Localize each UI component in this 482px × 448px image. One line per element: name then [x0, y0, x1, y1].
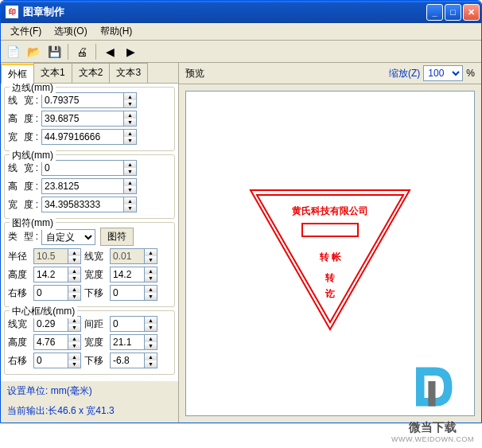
- cen-gap-spinner[interactable]: ▲▼: [110, 316, 157, 332]
- group-center: 中心框/线(mm) 线宽 ▲▼ 间距 ▲▼ 高度 ▲▼ 宽度 ▲▼ 右移: [4, 310, 175, 375]
- open-icon[interactable]: 📂: [26, 45, 41, 59]
- spin-up-icon[interactable]: ▲: [124, 197, 136, 205]
- edge-linewidth-spinner[interactable]: ▲▼: [41, 92, 137, 108]
- group-edge: 边线(mm) 线 宽: ▲▼ 高 度: ▲▼ 宽 度: ▲▼: [4, 87, 175, 151]
- cen-gap-input[interactable]: [111, 317, 144, 331]
- cen-h-spinner[interactable]: ▲▼: [33, 334, 81, 350]
- cen-h-input[interactable]: [34, 335, 68, 349]
- spin-down-icon[interactable]: ▼: [124, 168, 136, 175]
- separator: [95, 44, 96, 60]
- spin-down-icon[interactable]: ▼: [68, 293, 80, 300]
- spin-up-icon[interactable]: ▲: [124, 161, 136, 168]
- sym-down-spinner[interactable]: ▲▼: [110, 285, 157, 301]
- label-right: 右移: [8, 354, 30, 368]
- spin-up-icon[interactable]: ▲: [68, 335, 80, 342]
- symbol-button[interactable]: 图符: [100, 228, 134, 246]
- cen-down-spinner[interactable]: ▲▼: [110, 353, 157, 368]
- symbol-type-select[interactable]: 自定义: [41, 229, 95, 245]
- save-icon[interactable]: 💾: [47, 45, 61, 59]
- spin-up-icon[interactable]: ▲: [68, 286, 80, 293]
- spin-up-icon[interactable]: ▲: [145, 267, 157, 275]
- cen-lw-input[interactable]: [34, 317, 68, 331]
- inner-width-input[interactable]: [42, 197, 123, 212]
- sym-h-spinner[interactable]: ▲▼: [33, 267, 81, 282]
- inner-width-spinner[interactable]: ▲▼: [41, 197, 137, 212]
- spin-down-icon[interactable]: ▼: [124, 205, 136, 212]
- titlebar[interactable]: 印 图章制作 _ □ ✕: [1, 1, 481, 23]
- spin-up-icon[interactable]: ▲: [145, 317, 157, 324]
- close-button[interactable]: ✕: [463, 4, 480, 21]
- spin-down-icon[interactable]: ▼: [124, 137, 136, 144]
- edge-width-input[interactable]: [42, 130, 123, 144]
- inner-linewidth-input[interactable]: [42, 161, 123, 175]
- prev-icon[interactable]: ◀: [103, 45, 117, 59]
- edge-linewidth-input[interactable]: [42, 93, 123, 107]
- cen-right-input[interactable]: [34, 353, 68, 368]
- spin-down-icon[interactable]: ▼: [124, 119, 136, 126]
- tab-text1[interactable]: 文本1: [33, 63, 72, 83]
- spin-down-icon[interactable]: ▼: [68, 342, 80, 349]
- spin-down-icon[interactable]: ▼: [68, 360, 80, 368]
- sym-right-input[interactable]: [34, 286, 68, 300]
- spin-down-icon[interactable]: ▼: [145, 293, 157, 300]
- spin-up-icon[interactable]: ▲: [124, 179, 136, 186]
- sym-radius-input: [34, 249, 68, 263]
- spin-up-icon[interactable]: ▲: [124, 93, 136, 100]
- maximize-button[interactable]: □: [445, 4, 461, 21]
- spin-down-icon[interactable]: ▼: [145, 256, 157, 263]
- menu-options[interactable]: 选项(O): [48, 23, 93, 40]
- sym-lw-input: [111, 249, 144, 263]
- tab-outline[interactable]: 外框: [1, 64, 34, 84]
- label-width: 宽 度:: [8, 131, 41, 144]
- spin-up-icon[interactable]: ▲: [68, 249, 80, 256]
- spin-down-icon[interactable]: ▼: [124, 100, 136, 107]
- window-title: 图章制作: [21, 5, 426, 19]
- spin-down-icon[interactable]: ▼: [145, 342, 157, 349]
- cen-lw-spinner[interactable]: ▲▼: [33, 316, 81, 332]
- separator: [68, 44, 68, 60]
- spin-up-icon[interactable]: ▲: [145, 286, 157, 293]
- cen-down-input[interactable]: [111, 353, 144, 368]
- label-type: 类 型:: [8, 230, 41, 243]
- spin-up-icon[interactable]: ▲: [145, 353, 157, 360]
- inner-linewidth-spinner[interactable]: ▲▼: [41, 160, 137, 176]
- label-w2: 宽度: [84, 268, 107, 282]
- print-icon[interactable]: 🖨: [75, 45, 89, 59]
- cen-w-spinner[interactable]: ▲▼: [110, 334, 157, 350]
- spin-up-icon[interactable]: ▲: [145, 249, 157, 256]
- spin-down-icon[interactable]: ▼: [68, 324, 80, 331]
- spin-down-icon[interactable]: ▼: [68, 275, 80, 282]
- inner-height-input[interactable]: [42, 179, 123, 193]
- spin-down-icon[interactable]: ▼: [124, 186, 136, 193]
- spin-up-icon[interactable]: ▲: [68, 353, 80, 360]
- sym-lw-spinner[interactable]: ▲▼: [110, 248, 157, 264]
- spin-down-icon[interactable]: ▼: [145, 324, 157, 331]
- zoom-select[interactable]: 100: [423, 65, 463, 81]
- menu-file[interactable]: 文件(F): [4, 23, 48, 40]
- spin-up-icon[interactable]: ▲: [124, 130, 136, 137]
- inner-height-spinner[interactable]: ▲▼: [41, 178, 137, 194]
- cen-w-input[interactable]: [111, 335, 144, 349]
- tab-text3[interactable]: 文本3: [109, 63, 148, 83]
- sym-w-spinner[interactable]: ▲▼: [110, 267, 157, 282]
- edge-width-spinner[interactable]: ▲▼: [41, 129, 137, 145]
- spin-up-icon[interactable]: ▲: [68, 267, 80, 275]
- cen-right-spinner[interactable]: ▲▼: [33, 353, 81, 368]
- sym-w-input[interactable]: [111, 267, 144, 282]
- sym-h-input[interactable]: [34, 267, 68, 282]
- next-icon[interactable]: ▶: [123, 45, 138, 59]
- sym-right-spinner[interactable]: ▲▼: [33, 285, 81, 301]
- sym-radius-spinner[interactable]: ▲▼: [33, 248, 81, 264]
- spin-down-icon[interactable]: ▼: [145, 360, 157, 368]
- edge-height-spinner[interactable]: ▲▼: [41, 111, 137, 127]
- menu-help[interactable]: 帮助(H): [94, 23, 139, 40]
- sym-down-input[interactable]: [111, 286, 144, 300]
- minimize-button[interactable]: _: [426, 4, 443, 21]
- spin-down-icon[interactable]: ▼: [68, 256, 80, 263]
- tab-text2[interactable]: 文本2: [72, 63, 111, 83]
- spin-up-icon[interactable]: ▲: [145, 335, 157, 342]
- edge-height-input[interactable]: [42, 111, 123, 126]
- new-icon[interactable]: 📄: [6, 45, 20, 59]
- spin-up-icon[interactable]: ▲: [124, 111, 136, 119]
- spin-down-icon[interactable]: ▼: [145, 275, 157, 282]
